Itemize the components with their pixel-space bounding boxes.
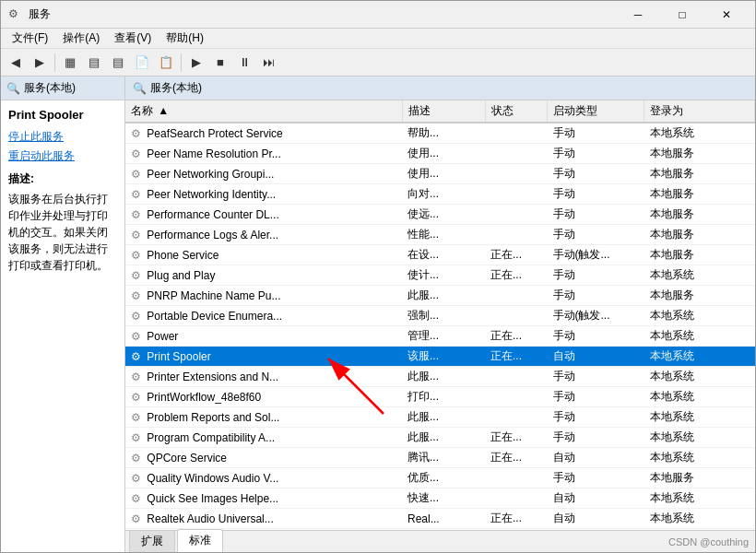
properties-button[interactable]: 📋 (155, 52, 177, 74)
menu-action[interactable]: 操作(A) (55, 29, 107, 48)
service-login: 本地系统 (644, 306, 755, 326)
service-description: 该服务在后台执行打印作业并处理与打印机的交互。如果关闭该服务，则无法进行打印或查… (8, 191, 117, 274)
services-rows: ⚙ PeafSearch Protect Service 帮助... 手动 本地… (125, 123, 755, 529)
table-row[interactable]: ⚙ Quick See Images Helpe... 快速... 自动 本地系… (125, 488, 755, 509)
gear-icon: ⚙ (131, 452, 141, 465)
table-row[interactable]: ⚙ Plug and Play 使计... 正在... 手动 本地系统 (125, 265, 755, 286)
start-button[interactable]: ▶ (185, 52, 207, 74)
minimize-button[interactable]: ─ (617, 1, 659, 29)
service-login: 本地系统 (644, 428, 755, 448)
new-button[interactable]: 📄 (131, 52, 153, 74)
table-row[interactable]: ⚙ QPCore Service 腾讯... 正在... 自动 本地系统 (125, 448, 755, 468)
service-desc: 使用... (402, 144, 485, 164)
table-row[interactable]: ⚙ Program Compatibility A... 此服... 正在...… (125, 428, 755, 448)
service-status (485, 123, 548, 144)
gear-icon: ⚙ (131, 269, 141, 282)
service-desc: 在设... (402, 245, 485, 265)
table-row[interactable]: ⚙ Performance Counter DL... 使远... 手动 本地服… (125, 205, 755, 225)
left-panel: 🔍 服务(本地) Print Spooler 停止此服务 重启动此服务 描述: … (1, 76, 125, 552)
service-desc: 快速... (402, 488, 485, 509)
service-startup: 手动 (548, 225, 644, 245)
service-startup: 手动 (548, 286, 644, 306)
col-header-status[interactable]: 状态 (485, 100, 548, 123)
table-row[interactable]: ⚙ Performance Logs & Aler... 性能... 手动 本地… (125, 225, 755, 245)
service-name: Program Compatibility A... (147, 431, 275, 444)
service-name: Peer Name Resolution Pr... (147, 147, 280, 160)
service-name: PeafSearch Protect Service (147, 127, 282, 140)
service-status (485, 144, 548, 164)
table-row[interactable]: ⚙ Phone Service 在设... 正在... 手动(触发... 本地服… (125, 245, 755, 265)
col-header-desc[interactable]: 描述 (402, 100, 485, 123)
table-row[interactable]: ⚙ Realtek Audio Universal... Real... 正在.… (125, 509, 755, 529)
table-row[interactable]: ⚙ Peer Name Resolution Pr... 使用... 手动 本地… (125, 144, 755, 164)
gear-icon: ⚙ (131, 289, 141, 302)
table-row[interactable]: ⚙ PeafSearch Protect Service 帮助... 手动 本地… (125, 123, 755, 144)
restart-button[interactable]: ⏭ (257, 52, 279, 74)
service-login: 本地系统 (644, 488, 755, 509)
service-status (485, 306, 548, 326)
window-title: 服务 (29, 6, 617, 22)
service-startup: 手动 (548, 367, 644, 387)
toolbar-sep-1 (54, 53, 55, 72)
right-panel-title: 服务(本地) (150, 80, 202, 96)
forward-button[interactable]: ▶ (29, 52, 51, 74)
service-name: Peer Networking Identity... (147, 188, 276, 201)
table-row[interactable]: ⚙ Peer Networking Groupi... 使用... 手动 本地服… (125, 164, 755, 184)
table-row[interactable]: ⚙ Print Spooler 该服... 正在... 自动 本地系统 (125, 347, 755, 367)
service-name: Quality Windows Audio V... (147, 472, 278, 485)
service-name: Quick See Images Helpe... (147, 492, 278, 505)
col-header-name[interactable]: 名称 ▲ (125, 100, 402, 123)
service-login: 本地系统 (644, 509, 755, 529)
table-row[interactable]: ⚙ PrintWorkflow_48e8f60 打印... 手动 本地系统 (125, 387, 755, 407)
stop-button[interactable]: ■ (209, 52, 231, 74)
service-login: 本地系统 (644, 407, 755, 428)
show-detail-button[interactable]: ▤ (107, 52, 129, 74)
service-name: Portable Device Enumera... (147, 310, 282, 323)
show-console-button[interactable]: ▦ (59, 52, 81, 74)
menu-help[interactable]: 帮助(H) (159, 29, 211, 48)
table-row[interactable]: ⚙ Peer Networking Identity... 向对... 手动 本… (125, 184, 755, 205)
tab-标准[interactable]: 标准 (177, 529, 223, 552)
service-login: 本地系统 (644, 326, 755, 347)
services-table[interactable]: 名称 ▲ 描述 状态 启动类型 登录为 ⚙ PeafSearch Protect… (125, 100, 755, 530)
service-status: 正在... (485, 265, 548, 286)
maximize-button[interactable]: □ (661, 1, 703, 29)
service-desc: 此服... (402, 428, 485, 448)
pause-button[interactable]: ⏸ (233, 52, 255, 74)
col-header-startup[interactable]: 启动类型 (548, 100, 644, 123)
table-row[interactable]: ⚙ PNRP Machine Name Pu... 此服... 手动 本地服务 (125, 286, 755, 306)
service-login: 本地系统 (644, 347, 755, 367)
left-panel-title: 服务(本地) (24, 80, 76, 96)
gear-icon: ⚙ (131, 229, 141, 241)
menu-view[interactable]: 查看(V) (107, 29, 159, 48)
gear-icon: ⚙ (131, 208, 141, 221)
service-status (485, 184, 548, 205)
service-login: 本地系统 (644, 265, 755, 286)
col-header-login[interactable]: 登录为 (644, 100, 755, 123)
service-name: PrintWorkflow_48e8f60 (147, 391, 261, 404)
service-login: 本地服务 (644, 205, 755, 225)
title-bar: ⚙ 服务 ─ □ ✕ (1, 1, 755, 29)
table-row[interactable]: ⚙ Problem Reports and Sol... 此服... 手动 本地… (125, 407, 755, 428)
table-row[interactable]: ⚙ Power 管理... 正在... 手动 本地系统 (125, 326, 755, 347)
close-button[interactable]: ✕ (705, 1, 748, 29)
service-status: 正在... (485, 428, 548, 448)
stop-service-link[interactable]: 停止此服务 (8, 129, 117, 145)
service-startup: 手动 (548, 184, 644, 205)
table-row[interactable]: ⚙ Portable Device Enumera... 强制... 手动(触发… (125, 306, 755, 326)
service-startup: 手动 (548, 428, 644, 448)
service-startup: 手动(触发... (548, 306, 644, 326)
back-button[interactable]: ◀ (5, 52, 27, 74)
tab-扩展[interactable]: 扩展 (129, 530, 175, 552)
service-desc: 使计... (402, 265, 485, 286)
restart-service-link[interactable]: 重启动此服务 (8, 148, 117, 164)
service-name: Plug and Play (147, 269, 215, 282)
table-row[interactable]: ⚙ Quality Windows Audio V... 优质... 手动 本地… (125, 468, 755, 488)
show-list-button[interactable]: ▤ (83, 52, 105, 74)
service-startup: 手动 (548, 164, 644, 184)
service-status: 正在... (485, 326, 548, 347)
table-row[interactable]: ⚙ Printer Extensions and N... 此服... 手动 本… (125, 367, 755, 387)
service-desc: 打印... (402, 387, 485, 407)
menu-file[interactable]: 文件(F) (5, 29, 55, 48)
table-header-row: 名称 ▲ 描述 状态 启动类型 登录为 (125, 100, 755, 123)
